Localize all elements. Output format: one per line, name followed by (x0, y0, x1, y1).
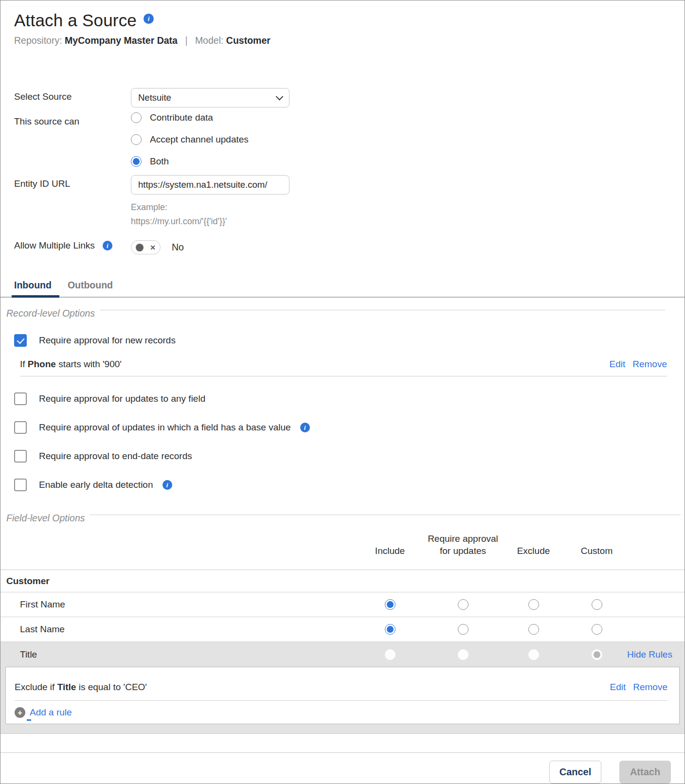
checkbox-label: Require approval for updates to any fiel… (39, 393, 205, 404)
radio-title-custom[interactable] (592, 649, 602, 660)
edit-rule-link[interactable]: Edit (610, 359, 626, 370)
source-select[interactable]: Netsuite (131, 88, 289, 107)
radio-both[interactable]: Both (131, 156, 169, 167)
allow-multiple-links-label-wrap: Allow Multiple Links i (14, 240, 131, 251)
record-level-options-legend: Record-level Options (6, 308, 665, 319)
model-label: Model: (195, 35, 224, 46)
edit-field-rule-link[interactable]: Edit (610, 682, 626, 693)
column-header-exclude: Exclude (501, 545, 566, 557)
checkbox-icon (14, 450, 27, 463)
field-row-last-name: Last Name (0, 617, 685, 642)
radio-label: Contribute data (150, 112, 213, 123)
radio-last-name-require-approval[interactable] (458, 624, 469, 635)
entity-id-url-value: https://system.na1.netsuite.com/ (138, 179, 267, 190)
attach-button[interactable]: Attach (619, 761, 671, 784)
toggle-state-text: No (172, 242, 184, 253)
model-value: Customer (226, 35, 270, 46)
footer: Cancel Attach (0, 752, 685, 784)
checkbox-label: Require approval of updates in which a f… (39, 422, 291, 433)
plus-icon: + (15, 707, 25, 718)
field-group-customer: Customer (0, 570, 685, 592)
close-icon: ✕ (150, 244, 156, 251)
checkbox-label: Require approval to end-date records (39, 451, 192, 462)
field-row-title: Title Hide Rules (0, 642, 685, 667)
record-rule-text: If Phone starts with '900' (20, 359, 122, 370)
checkbox-require-approval-updates-any-field[interactable]: Require approval for updates to any fiel… (14, 392, 671, 405)
column-header-custom: Custom (566, 545, 627, 557)
chevron-down-icon (276, 92, 284, 100)
allow-links-info-icon[interactable]: i (103, 241, 112, 250)
radio-last-name-include[interactable] (385, 624, 396, 635)
checkbox-icon (14, 421, 27, 434)
field-table-header: Include Require approval for updates Exc… (0, 533, 685, 570)
radio-accept-channel-updates[interactable]: Accept channel updates (131, 134, 249, 145)
remove-field-rule-link[interactable]: Remove (633, 682, 667, 693)
source-can-label: This source can (14, 107, 131, 127)
source-can-options: Contribute data Accept channel updates B… (131, 112, 671, 167)
base-value-info-icon[interactable]: i (300, 423, 310, 432)
radio-last-name-exclude[interactable] (528, 624, 539, 635)
field-name: Last Name (0, 624, 355, 635)
radio-first-name-require-approval[interactable] (458, 599, 469, 610)
tab-inbound[interactable]: Inbound (14, 277, 52, 297)
rule-field-name: Phone (28, 359, 56, 369)
attach-source-dialog: Attach a Source i Repository: MyCompany … (0, 0, 685, 784)
radio-first-name-custom[interactable] (592, 599, 602, 610)
field-row-first-name: First Name (0, 592, 685, 617)
rule-field-name: Title (57, 682, 76, 692)
field-rule-row: Exclude if Title is equal to 'CEO' Edit … (15, 682, 667, 693)
early-delta-info-icon[interactable]: i (162, 480, 172, 490)
radio-first-name-exclude[interactable] (528, 599, 539, 610)
add-rule-button[interactable]: + Add a rule (15, 707, 72, 718)
remove-rule-link[interactable]: Remove (632, 359, 667, 370)
radio-title-exclude[interactable] (528, 649, 539, 660)
select-source-label: Select Source (14, 88, 131, 102)
source-form: Select Source Netsuite This source can C… (0, 81, 685, 254)
separator: | (185, 35, 187, 46)
checkbox-icon (14, 334, 27, 347)
checkbox-require-approval-end-date[interactable]: Require approval to end-date records (14, 450, 671, 463)
page-title: Attach a Source (14, 10, 137, 31)
header: Attach a Source i Repository: MyCompany … (0, 0, 685, 46)
radio-last-name-custom[interactable] (592, 624, 602, 635)
entity-id-url-label: Entity ID URL (14, 175, 131, 189)
title-rules-panel: Exclude if Title is equal to 'CEO' Edit … (5, 667, 680, 724)
add-rule-label: Add a rule (30, 707, 72, 718)
field-rule-text: Exclude if Title is equal to 'CEO' (15, 682, 147, 693)
hide-rules-link[interactable]: Hide Rules (627, 649, 672, 660)
column-header-include: Include (355, 545, 425, 557)
checkbox-require-approval-new-records[interactable]: Require approval for new records (14, 334, 671, 347)
checkbox-label: Require approval for new records (39, 335, 176, 346)
title-row-expanded-block: Title Hide Rules Exclude if Title is equ… (0, 642, 685, 734)
field-name: Title (0, 649, 355, 660)
allow-multiple-links-toggle[interactable]: ✕ (131, 240, 161, 254)
entity-url-example: Example: https://my.url.com/'{{'id'}}' (131, 200, 671, 229)
add-rule-underscore (27, 719, 31, 721)
rule-divider (20, 376, 667, 376)
radio-title-require-approval[interactable] (458, 649, 469, 660)
repository-label: Repository: (14, 35, 62, 46)
tab-outbound[interactable]: Outbound (68, 277, 113, 297)
checkbox-icon (14, 479, 27, 491)
repository-value: MyCompany Master Data (65, 35, 178, 46)
radio-first-name-include[interactable] (385, 599, 396, 610)
record-rule-row: If Phone starts with '900' Edit Remove (20, 359, 667, 370)
checkbox-require-approval-base-value[interactable]: Require approval of updates in which a f… (14, 421, 671, 434)
cancel-button[interactable]: Cancel (549, 761, 601, 784)
radio-label: Both (150, 156, 169, 167)
title-info-icon[interactable]: i (144, 14, 154, 24)
checkbox-enable-early-delta-detection[interactable]: Enable early delta detection i (14, 479, 671, 491)
checkbox-label: Enable early delta detection (39, 480, 153, 490)
radio-contribute-data[interactable]: Contribute data (131, 112, 213, 123)
radio-label: Accept channel updates (150, 134, 249, 145)
entity-id-url-input[interactable]: https://system.na1.netsuite.com/ (131, 175, 289, 195)
source-select-value: Netsuite (138, 92, 171, 103)
radio-icon (131, 112, 142, 123)
breadcrumb: Repository: MyCompany Master Data | Mode… (14, 35, 671, 46)
field-name: First Name (0, 599, 355, 610)
example-label: Example: (131, 200, 671, 214)
radio-title-include[interactable] (385, 649, 396, 660)
column-header-require-approval: Require approval for updates (425, 533, 501, 557)
tab-strip: Inbound Outbound (0, 277, 685, 298)
toggle-knob (136, 244, 144, 251)
